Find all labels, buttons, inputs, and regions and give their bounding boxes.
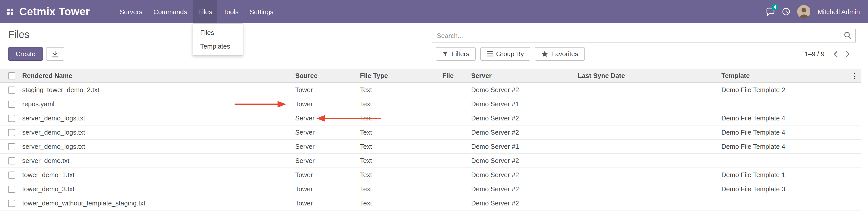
group-by-button[interactable]: Group By <box>480 47 531 61</box>
brand-title[interactable]: Cetmix Tower <box>19 6 90 18</box>
messages-icon[interactable]: 4 <box>766 8 775 16</box>
pager: 1–9 / 9 <box>804 50 853 58</box>
filters-label: Filters <box>452 50 469 58</box>
cell-file-type: Text <box>360 199 442 207</box>
row-checkbox-cell <box>0 143 22 150</box>
user-avatar[interactable] <box>797 5 810 18</box>
chevron-right-icon <box>846 51 850 57</box>
cell-rendered-name: server_demo_logs.txt <box>22 114 295 122</box>
cell-source: Tower <box>295 86 360 94</box>
row-checkbox[interactable] <box>8 172 15 179</box>
row-checkbox[interactable] <box>8 101 15 108</box>
column-header-last-sync-date[interactable]: Last Sync Date <box>578 72 721 80</box>
cell-server: Demo Server #2 <box>471 171 578 179</box>
row-checkbox[interactable] <box>8 200 15 207</box>
column-options-icon[interactable]: ⋮ <box>851 69 859 83</box>
cell-file-type: Text <box>360 185 442 193</box>
row-checkbox-cell <box>0 86 22 94</box>
cell-file-type: Text <box>360 86 442 94</box>
favorites-button[interactable]: Favorites <box>535 47 585 61</box>
row-checkbox[interactable] <box>8 144 15 151</box>
table-row[interactable]: tower_demo_3.txt Tower Text Demo Server … <box>0 182 861 196</box>
page-title: Files <box>8 29 29 40</box>
row-checkbox-cell <box>0 100 22 108</box>
row-checkbox-cell <box>0 199 22 207</box>
messages-badge: 4 <box>771 4 778 10</box>
column-header-source[interactable]: Source <box>295 72 360 80</box>
row-checkbox[interactable] <box>8 186 15 193</box>
row-checkbox[interactable] <box>8 158 15 165</box>
search-box <box>432 29 856 42</box>
search-icon[interactable] <box>844 31 852 41</box>
cell-source: Tower <box>295 100 360 108</box>
cell-file-type: Text <box>360 114 442 122</box>
table-row[interactable]: server_demo_logs.txt Server Text Demo Se… <box>0 111 861 125</box>
dropdown-item-files[interactable]: Files <box>193 26 243 39</box>
create-button[interactable]: Create <box>8 47 43 61</box>
menu-files[interactable]: Files Files Templates <box>193 0 218 23</box>
main-menu: Servers Commands Files Files Templates T… <box>114 0 279 23</box>
dropdown-item-templates[interactable]: Templates <box>193 39 243 53</box>
column-header-file[interactable]: File <box>442 72 471 80</box>
navbar-systray: 4 Mitchell Admin <box>766 0 860 23</box>
search-options: Filters Group By Favorites <box>436 47 585 61</box>
row-checkbox-cell <box>0 171 22 179</box>
pager-range: 1–9 / 9 <box>804 50 825 58</box>
cell-server: Demo Server #2 <box>471 86 578 94</box>
app-window: Cetmix Tower Servers Commands Files File… <box>0 0 868 211</box>
cell-source: Tower <box>295 171 360 179</box>
column-header-template[interactable]: Template <box>721 72 861 80</box>
search-input[interactable] <box>432 29 856 42</box>
cell-rendered-name: tower_demo_without_template_staging.txt <box>22 199 295 207</box>
row-checkbox-cell <box>0 114 22 122</box>
apps-grid-icon[interactable] <box>7 9 13 15</box>
menu-servers[interactable]: Servers <box>114 0 148 23</box>
download-icon <box>52 50 59 57</box>
favorites-label: Favorites <box>551 50 578 58</box>
cell-server: Demo Server #1 <box>471 143 578 150</box>
table-row[interactable]: tower_demo_without_template_staging.txt … <box>0 196 861 210</box>
cell-rendered-name: staging_tower_demo_2.txt <box>22 86 295 94</box>
table-header-row: Rendered Name Source File Type File Serv… <box>0 69 861 83</box>
filters-button[interactable]: Filters <box>436 47 476 61</box>
files-table: Rendered Name Source File Type File Serv… <box>0 69 861 210</box>
table-body: staging_tower_demo_2.txt Tower Text Demo… <box>0 83 861 210</box>
column-header-file-type[interactable]: File Type <box>360 72 442 80</box>
row-checkbox[interactable] <box>8 87 15 94</box>
cell-file-type: Text <box>360 171 442 179</box>
row-checkbox-cell <box>0 185 22 193</box>
column-header-rendered-name[interactable]: Rendered Name <box>22 72 295 80</box>
table-row[interactable]: tower_demo_1.txt Tower Text Demo Server … <box>0 168 861 182</box>
cell-source: Server <box>295 143 360 150</box>
menu-files-label: Files <box>198 8 212 16</box>
table-row[interactable]: server_demo.txt Server Text Demo Server … <box>0 154 861 168</box>
menu-tools[interactable]: Tools <box>218 0 244 23</box>
pager-next-button[interactable] <box>843 50 853 58</box>
chevron-left-icon <box>834 51 838 57</box>
menu-settings[interactable]: Settings <box>244 0 279 23</box>
table-row[interactable]: server_demo_logs.txt Server Text Demo Se… <box>0 125 861 140</box>
column-header-server[interactable]: Server <box>471 72 578 80</box>
cell-template: Demo File Template 1 <box>721 171 861 179</box>
cell-rendered-name: repos.yaml <box>22 100 295 108</box>
cell-template: Demo File Template 4 <box>721 114 861 122</box>
header-checkbox-cell <box>0 71 22 80</box>
cell-rendered-name: server_demo_logs.txt <box>22 128 295 136</box>
table-row[interactable]: repos.yaml Tower Text Demo Server #1 <box>0 97 861 111</box>
row-checkbox[interactable] <box>8 115 15 122</box>
files-dropdown-menu: Files Templates <box>193 23 243 56</box>
activities-clock-icon[interactable] <box>782 8 790 16</box>
cell-source: Server <box>295 114 360 122</box>
export-button[interactable] <box>46 47 64 61</box>
pager-previous-button[interactable] <box>831 50 841 58</box>
select-all-checkbox[interactable] <box>8 72 15 80</box>
row-checkbox[interactable] <box>8 129 15 137</box>
cell-server: Demo Server #1 <box>471 100 578 108</box>
control-panel: Files Create <box>0 23 868 69</box>
cell-server: Demo Server #2 <box>471 128 578 136</box>
table-row[interactable]: staging_tower_demo_2.txt Tower Text Demo… <box>0 83 861 97</box>
menu-commands[interactable]: Commands <box>148 0 193 23</box>
cell-template: Demo File Template 4 <box>721 128 861 136</box>
table-row[interactable]: server_demo_logs.txt Server Text Demo Se… <box>0 140 861 154</box>
user-name[interactable]: Mitchell Admin <box>817 8 860 16</box>
